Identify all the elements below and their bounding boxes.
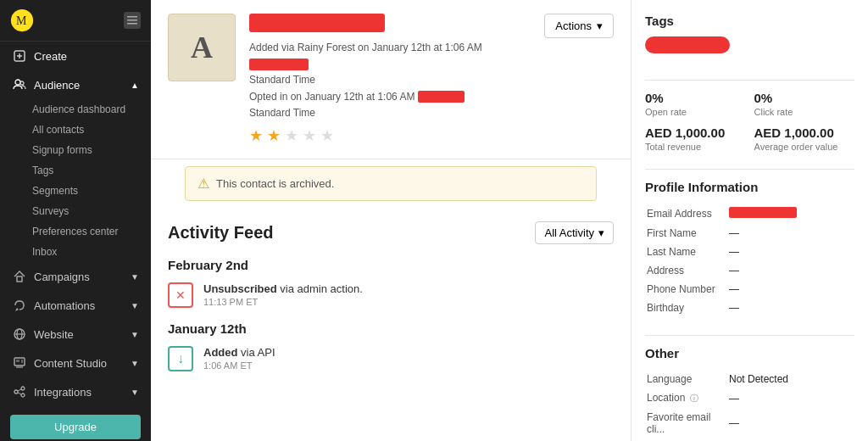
content-studio-icon: [12, 355, 27, 371]
activity-item-added-details: Added via API 1:06 AM ET: [203, 346, 275, 371]
activity-item-unsubscribe-details: Unsubscribed via admin action. 11:13 PM …: [203, 282, 363, 307]
sidebar-subitem-signup-forms[interactable]: Signup forms: [0, 140, 151, 160]
sidebar-item-automations-label: Automations: [34, 299, 124, 312]
other-title: Other: [645, 346, 854, 360]
contact-name-redacted: [249, 14, 385, 32]
sidebar-subitem-segments[interactable]: Segments: [0, 181, 151, 201]
profile-field-phone: Phone Number —: [647, 281, 853, 298]
svg-marker-11: [15, 308, 19, 311]
profile-info-table: Email Address First Name — Last Name — A…: [645, 203, 854, 318]
svg-rect-2: [127, 16, 137, 18]
create-icon: [12, 48, 27, 64]
upgrade-button[interactable]: Upgrade: [10, 415, 141, 439]
activity-item-unsubscribe: ✕ Unsubscribed via admin action. 11:13 P…: [168, 282, 614, 308]
sidebar-item-automations[interactable]: Automations ▼: [0, 291, 151, 320]
total-revenue-value: AED 1,000.00: [645, 126, 746, 140]
sidebar-subitem-all-contacts[interactable]: All contacts: [0, 120, 151, 140]
profile-field-lastname-label: Last Name: [647, 243, 727, 260]
open-rate-label: Open rate: [645, 107, 746, 117]
contact-added-text: Added via Rainy Forest on January 12th a…: [249, 42, 482, 53]
sidebar-subitem-surveys[interactable]: Surveys: [0, 201, 151, 221]
sidebar-item-content-studio[interactable]: Content Studio ▼: [0, 349, 151, 377]
activity-filter-button[interactable]: All Activity ▾: [535, 221, 614, 244]
profile-field-address-value: —: [729, 262, 853, 279]
contact-meta: Added via Rainy Forest on January 12th a…: [249, 40, 531, 121]
star-5: ★: [320, 127, 334, 144]
avg-order-label: Average order value: [754, 142, 855, 152]
contact-optedin-text: Opted in on January 12th at 1:06 AM: [249, 91, 415, 103]
website-chevron-icon: ▼: [131, 330, 139, 339]
rate-stats: 0% Open rate 0% Click rate: [645, 91, 854, 117]
divider-3: [645, 335, 854, 336]
svg-line-24: [18, 393, 21, 394]
sidebar-item-campaigns[interactable]: Campaigns ▼: [0, 262, 151, 291]
revenue-stats: AED 1,000.00 Total revenue AED 1,000.00 …: [645, 126, 854, 152]
sidebar-item-content-studio-label: Content Studio: [34, 357, 124, 370]
profile-field-lastname-value: —: [729, 243, 853, 260]
sidebar-subitem-preferences-center[interactable]: Preferences center: [0, 221, 151, 242]
center-panel: A Added via Rainy Forest on January 12th…: [151, 0, 631, 441]
content-studio-chevron-icon: ▼: [131, 359, 139, 368]
svg-text:M: M: [16, 14, 27, 27]
sidebar-item-audience[interactable]: Audience ▲: [0, 70, 151, 99]
sidebar-nav: Create Audience ▲ Audience dashboard All…: [0, 42, 151, 406]
profile-field-birthday: Birthday —: [647, 299, 853, 316]
other-section: Other Language Not Detected Location ⓘ —…: [645, 346, 854, 439]
integrations-icon: [12, 384, 27, 399]
contact-header: A Added via Rainy Forest on January 12th…: [151, 0, 631, 159]
sidebar-item-website-label: Website: [34, 328, 124, 341]
svg-point-22: [21, 394, 25, 397]
actions-label: Actions: [555, 20, 592, 32]
location-info-icon: ⓘ: [690, 394, 698, 403]
contact-avatar: A: [168, 14, 236, 81]
sidebar-item-campaigns-label: Campaigns: [34, 271, 124, 283]
star-4: ★: [303, 127, 316, 144]
other-field-location-label: Location ⓘ: [647, 389, 727, 407]
audience-chevron-icon: ▲: [131, 81, 139, 90]
mailchimp-logo-icon: M: [10, 8, 34, 32]
profile-field-email: Email Address: [647, 204, 853, 223]
profile-field-phone-label: Phone Number: [647, 281, 727, 298]
added-icon: ↓: [168, 346, 193, 371]
svg-rect-4: [127, 23, 137, 25]
sidebar-item-website[interactable]: Website ▼: [0, 320, 151, 349]
svg-point-8: [15, 80, 20, 85]
profile-field-email-value: [729, 204, 853, 223]
activity-date-feb2: February 2nd: [168, 258, 614, 272]
svg-point-21: [21, 387, 25, 390]
campaigns-chevron-icon: ▼: [131, 272, 139, 282]
divider-2: [645, 169, 854, 170]
actions-button[interactable]: Actions ▾: [544, 14, 614, 38]
star-1: ★: [249, 127, 263, 144]
sidebar-item-create[interactable]: Create: [0, 42, 151, 70]
sidebar-subitem-inbox[interactable]: Inbox: [0, 242, 151, 262]
sidebar-subitem-tags[interactable]: Tags: [0, 160, 151, 181]
contact-info: Added via Rainy Forest on January 12th a…: [249, 14, 531, 145]
activity-item-added-text: Added via API: [203, 346, 275, 359]
sidebar-upgrade-area: Upgrade: [0, 406, 151, 441]
avg-order-value: AED 1,000.00: [754, 126, 855, 140]
tags-title: Tags: [645, 14, 854, 28]
svg-rect-16: [16, 360, 19, 362]
contact-timezone-redacted: [249, 59, 309, 70]
profile-field-address-label: Address: [647, 262, 727, 279]
profile-info-title: Profile Information: [645, 180, 854, 194]
sidebar: M Create Audience ▲ Audience dashboard A…: [0, 0, 151, 441]
sidebar-item-audience-label: Audience: [34, 79, 124, 92]
open-rate-stat: 0% Open rate: [645, 91, 746, 117]
other-field-location: Location ⓘ —: [647, 389, 853, 407]
sidebar-logo-area: M: [0, 0, 151, 42]
email-redacted-value: [729, 207, 797, 218]
star-3: ★: [285, 127, 298, 144]
actions-chevron-icon: ▾: [597, 20, 603, 32]
sidebar-toggle-icon[interactable]: [124, 12, 141, 29]
integrations-chevron-icon: ▼: [131, 388, 139, 397]
profile-field-phone-value: —: [729, 281, 853, 298]
activity-filter-chevron-icon: ▾: [598, 226, 604, 239]
activity-item-unsubscribe-text: Unsubscribed via admin action.: [203, 282, 363, 295]
tag-redacted: [645, 36, 730, 53]
sidebar-subitem-audience-dashboard[interactable]: Audience dashboard: [0, 99, 151, 120]
stats-section: 0% Open rate 0% Click rate AED 1,000.00 …: [645, 91, 854, 152]
sidebar-item-integrations[interactable]: Integrations ▼: [0, 377, 151, 406]
activity-item-added-time: 1:06 AM ET: [203, 360, 275, 371]
